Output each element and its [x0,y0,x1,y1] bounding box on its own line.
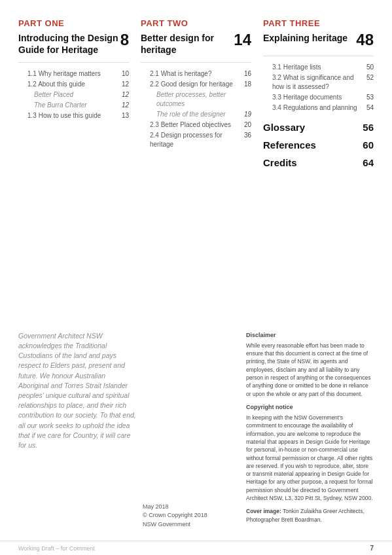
toc-label: 2.2 Good design for heritage [150,80,237,89]
part-one-page: 8 [120,31,129,49]
col3-toc: 3.1 Heritage lists503.2 What is signific… [263,63,374,113]
toc-label: 3.1 Heritage lists [272,63,359,72]
references-label: References [263,139,316,151]
part-two-title: Better design for heritage [141,32,234,56]
references-page: 60 [363,139,374,151]
credits-label: Credits [263,157,297,168]
toc-label: The Burra Charter [34,101,115,110]
toc-label: 3.2 What is significance and how is it a… [272,73,359,92]
toc-page: 20 [237,120,251,130]
toc-page: 53 [359,93,374,102]
toc-label: 2.1 What is heritage? [150,69,237,79]
toc-item: 2.4 Design processes for heritage36 [141,131,251,149]
toc-item: 2.3 Better Placed objectives20 [141,120,251,130]
toc-page: 16 [237,69,251,79]
copyright-text: In keeping with the NSW Government's com… [246,414,374,502]
toc-page: 54 [359,103,374,113]
part-three-title: Explaining heritage [263,32,356,44]
toc-page: 10 [115,69,129,79]
toc-item: Better processes, better outcomes [141,90,251,109]
toc-page: 12 [115,90,129,99]
toc-label: The role of the designer [156,110,237,119]
toc-page: 19 [237,110,251,119]
toc-item: Better Placed12 [18,90,129,99]
footer: Working Draft – for Comment 7 [0,541,392,555]
page: PART ONE Introducing the Design Guide fo… [0,0,392,555]
part-two-title-row: Better design for heritage 14 [141,32,251,56]
acknowledgement: Government Architect NSW acknowledges th… [18,331,136,451]
toc-item: 3.3 Heritage documents53 [263,93,374,102]
copyright-line1: May 2018 [143,503,234,512]
col-part-two: PART TWO Better design for heritage 14 2… [141,18,263,325]
toc-item: 1.3 How to use this guide13 [18,111,129,120]
toc-label: 3.4 Regulations and planning [272,103,359,113]
toc-item: 1.1 Why heritage matters10 [18,69,129,79]
copyright-section: Copyright notice In keeping with the NSW… [246,403,374,502]
glossary-label: Glossary [263,122,305,133]
toc-label: 1.3 How to use this guide [27,111,115,120]
bottom-area: Government Architect NSW acknowledges th… [0,325,392,541]
copyright-line2: © Crown Copyright 2018 [143,511,234,520]
part-three-page: 48 [356,31,374,49]
glossary-section: Glossary 56 References 60 Credits 64 [263,122,374,168]
toc-page: 12 [115,101,129,110]
copyright-title: Copyright notice [246,403,374,412]
toc-label: 2.3 Better Placed objectives [150,120,237,130]
part-three-title-row: Explaining heritage 48 [263,32,374,49]
toc-label: Better Placed [34,90,115,99]
part-two-page: 14 [234,31,251,49]
toc-item: 1.2 About this guide12 [18,80,129,89]
glossary-heading: Glossary 56 [263,122,374,133]
disclaimer-title: Disclaimer [246,331,374,340]
copyright-line3: NSW Government [143,520,234,529]
toc-label: 3.3 Heritage documents [272,93,359,102]
toc-page: 13 [115,111,129,120]
part-three-label: PART THREE [263,18,374,28]
disclaimer-block: Disclaimer While every reasonable effort… [234,331,374,529]
toc-item: 3.4 Regulations and planning54 [263,103,374,113]
col-part-one: PART ONE Introducing the Design Guide fo… [18,18,141,325]
toc-item: 2.1 What is heritage?16 [141,69,251,79]
footer-page: 7 [370,545,374,552]
toc-page: 50 [359,63,374,72]
toc-page: 12 [115,80,129,89]
part-two-label: PART TWO [141,18,251,28]
part-one-title: Introducing the Design Guide for Heritag… [18,32,120,56]
toc-label: 1.2 About this guide [27,80,115,89]
toc-item: The Burra Charter12 [18,101,129,110]
toc-label: 1.1 Why heritage matters [27,69,115,79]
toc-item: The role of the designer19 [141,110,251,119]
acknowledgement-text: Government Architect NSW acknowledges th… [18,331,136,451]
divider-part-three [263,56,374,56]
disclaimer-section: Disclaimer While every reasonable effort… [246,331,374,398]
toc-item: 2.2 Good design for heritage18 [141,80,251,89]
credits-page: 64 [363,157,374,168]
toc-label: Better processes, better outcomes [156,90,237,109]
divider-part-one [18,62,129,63]
toc-page: 36 [237,131,251,149]
toc-page [237,90,251,109]
toc-item: 3.2 What is significance and how is it a… [263,73,374,92]
content-area: PART ONE Introducing the Design Guide fo… [0,0,392,325]
footer-text: Working Draft – for Comment [18,545,362,552]
toc-item: 3.1 Heritage lists50 [263,63,374,72]
part-one-title-row: Introducing the Design Guide for Heritag… [18,32,129,56]
toc-page: 52 [359,73,374,92]
col1-toc: 1.1 Why heritage matters101.2 About this… [18,69,129,120]
cover-image-label: Cover image: [246,508,281,514]
references-heading: References 60 [263,139,374,151]
divider-part-two [141,62,251,63]
col2-toc: 2.1 What is heritage?162.2 Good design f… [141,69,251,149]
cover-image-section: Cover image: Tonkin Zulaikha Greer Archi… [246,507,374,524]
credits-heading: Credits 64 [263,157,374,168]
toc-label: 2.4 Design processes for heritage [150,131,237,149]
glossary-page: 56 [363,122,374,133]
toc-page: 18 [237,80,251,89]
col-part-three: PART THREE Explaining heritage 48 3.1 He… [263,18,374,325]
part-one-label: PART ONE [18,18,129,28]
disclaimer-text: While every reasonable effort has been m… [246,342,374,398]
copyright-block: May 2018 © Crown Copyright 2018 NSW Gove… [136,503,234,529]
